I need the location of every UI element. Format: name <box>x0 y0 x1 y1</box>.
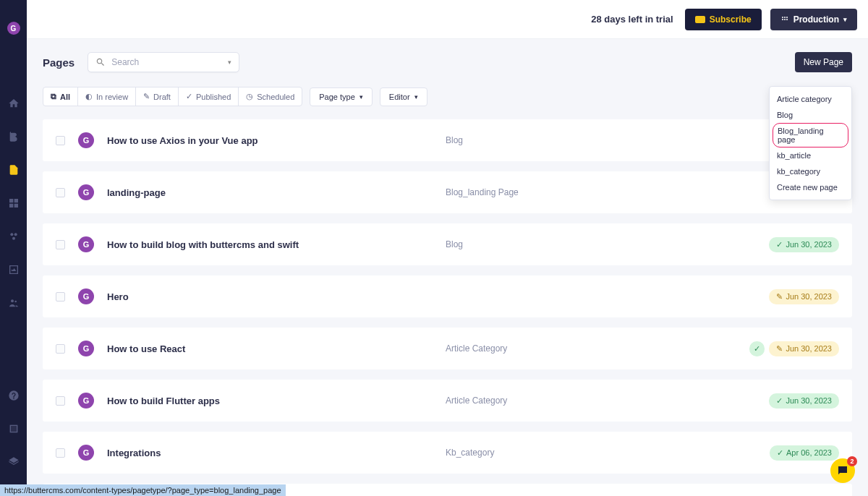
check-icon: ✓ <box>754 344 760 354</box>
chat-badge: 2 <box>847 456 857 466</box>
row-type: Blog <box>446 239 756 249</box>
chevron-down-icon: ▾ <box>843 16 847 23</box>
svg-point-0 <box>10 233 13 236</box>
clock-icon: ◷ <box>246 92 253 101</box>
page-row[interactable]: G How to build Flutter apps Article Cate… <box>43 380 852 422</box>
chat-bubble[interactable]: 2 <box>830 458 855 483</box>
row-avatar: G <box>78 341 94 356</box>
status-badge: ✓Apr 06, 2023 <box>770 445 839 461</box>
home-icon[interactable] <box>7 97 20 110</box>
topbar: 28 days left in trial Subscribe Producti… <box>27 0 868 39</box>
page-row[interactable]: G Integrations Kb_category ✓Apr 06, 2023 <box>43 432 852 474</box>
collection-icon[interactable] <box>7 197 20 210</box>
checkbox[interactable] <box>56 396 65 406</box>
pages-icon[interactable] <box>7 163 20 176</box>
help-icon[interactable] <box>7 389 20 402</box>
checkbox[interactable] <box>56 136 65 145</box>
row-type: Article Category <box>446 395 756 406</box>
pencil-icon: ✎ <box>143 92 150 101</box>
row-avatar: G <box>78 445 94 461</box>
row-title: How to build blog with buttercms and swi… <box>107 239 433 250</box>
menu-item[interactable]: Create new page <box>770 179 851 195</box>
page-title: Pages <box>43 56 75 69</box>
row-title: How to use Axios in your Vue app <box>107 135 433 146</box>
check-icon: ✓ <box>776 240 783 249</box>
components-icon[interactable] <box>7 230 20 243</box>
status-badge: ✓ <box>749 341 765 356</box>
row-title: Hero <box>107 291 433 302</box>
review-icon: ◐ <box>85 92 93 101</box>
media-icon[interactable] <box>7 263 20 276</box>
user-avatar[interactable]: G <box>7 22 20 35</box>
page-row[interactable]: G How to build blog with buttercms and s… <box>43 223 852 265</box>
svg-point-10 <box>786 19 788 20</box>
main: 28 days left in trial Subscribe Producti… <box>27 0 868 496</box>
layers-icon[interactable] <box>7 456 20 469</box>
filter-in-review[interactable]: ◐In review <box>78 87 136 106</box>
menu-item-highlighted[interactable]: Blog_landing page <box>773 123 848 147</box>
new-page-button[interactable]: New Page <box>795 52 852 72</box>
row-status: ✎Jun 30, 2023 <box>769 289 839 304</box>
docs-icon[interactable] <box>7 422 20 435</box>
search-input[interactable] <box>111 57 222 67</box>
users-icon[interactable] <box>7 296 20 309</box>
page-row[interactable]: G Hero ✎Jun 30, 2023 <box>43 275 852 317</box>
page-type-dropdown[interactable]: Page type▾ <box>310 87 373 106</box>
row-avatar: G <box>78 288 94 304</box>
card-icon <box>695 16 705 23</box>
header-row: Pages ▾ New Page <box>43 52 852 72</box>
svg-point-1 <box>14 233 17 236</box>
subscribe-button[interactable]: Subscribe <box>685 9 762 30</box>
chevron-down-icon[interactable]: ▾ <box>228 59 231 66</box>
row-avatar: G <box>78 393 94 409</box>
status-badge: ✎Jun 30, 2023 <box>769 341 839 356</box>
row-title: Integrations <box>107 448 433 458</box>
row-avatar: G <box>78 236 94 252</box>
row-status: ✓✎Jun 30, 2023 <box>749 341 839 356</box>
sidebar: G <box>0 0 27 496</box>
page-row[interactable]: G landing-page Blog_landing Page ✓Jun 30… <box>43 171 852 213</box>
pencil-icon: ✎ <box>776 292 783 302</box>
row-title: landing-page <box>107 187 433 198</box>
svg-point-3 <box>11 299 14 302</box>
status-badge: ✓Jun 30, 2023 <box>769 237 839 252</box>
filter-all[interactable]: ⧉All <box>43 87 78 106</box>
checkbox[interactable] <box>56 448 65 458</box>
checkbox[interactable] <box>56 188 65 197</box>
checkbox[interactable] <box>56 292 65 302</box>
production-button[interactable]: Production ▾ <box>770 9 857 30</box>
new-page-menu: Article category Blog Blog_landing page … <box>769 86 852 200</box>
url-bar: https://buttercms.com/content-types/page… <box>0 484 286 496</box>
row-type: Kb_category <box>446 448 757 458</box>
page-row[interactable]: G How to use Axios in your Vue app Blog <box>43 119 852 161</box>
search-box[interactable]: ▾ <box>88 52 239 72</box>
status-badge: ✎Jun 30, 2023 <box>769 289 839 304</box>
svg-point-6 <box>784 17 786 18</box>
checkbox[interactable] <box>56 240 65 249</box>
filter-scheduled[interactable]: ◷Scheduled <box>239 87 302 106</box>
filter-published[interactable]: ✓Published <box>179 87 239 106</box>
chat-icon <box>836 464 849 477</box>
chevron-down-icon: ▾ <box>414 93 418 101</box>
page-list: G How to use Axios in your Vue app Blog … <box>43 119 852 496</box>
svg-point-8 <box>782 19 783 20</box>
svg-point-4 <box>14 301 17 303</box>
menu-item[interactable]: Article category <box>770 91 851 107</box>
svg-point-9 <box>784 19 786 20</box>
menu-item[interactable]: kb_category <box>770 163 851 179</box>
stack-icon: ⧉ <box>51 92 56 101</box>
checkbox[interactable] <box>56 344 65 354</box>
filter-draft[interactable]: ✎Draft <box>136 87 179 106</box>
row-type: Article Category <box>446 343 736 354</box>
page-row[interactable]: G How to use React Article Category ✓✎Ju… <box>43 328 852 369</box>
menu-item[interactable]: kb_article <box>770 147 851 163</box>
editor-dropdown[interactable]: Editor▾ <box>380 87 427 106</box>
row-title: How to build Flutter apps <box>107 395 433 406</box>
status-badge: ✓Jun 30, 2023 <box>769 393 839 409</box>
blog-icon[interactable] <box>7 130 20 143</box>
trial-text: 28 days left in trial <box>591 14 673 25</box>
row-avatar: G <box>78 184 94 200</box>
row-status: ✓Jun 30, 2023 <box>769 237 839 252</box>
pencil-icon: ✎ <box>776 344 783 354</box>
menu-item[interactable]: Blog <box>770 107 851 123</box>
